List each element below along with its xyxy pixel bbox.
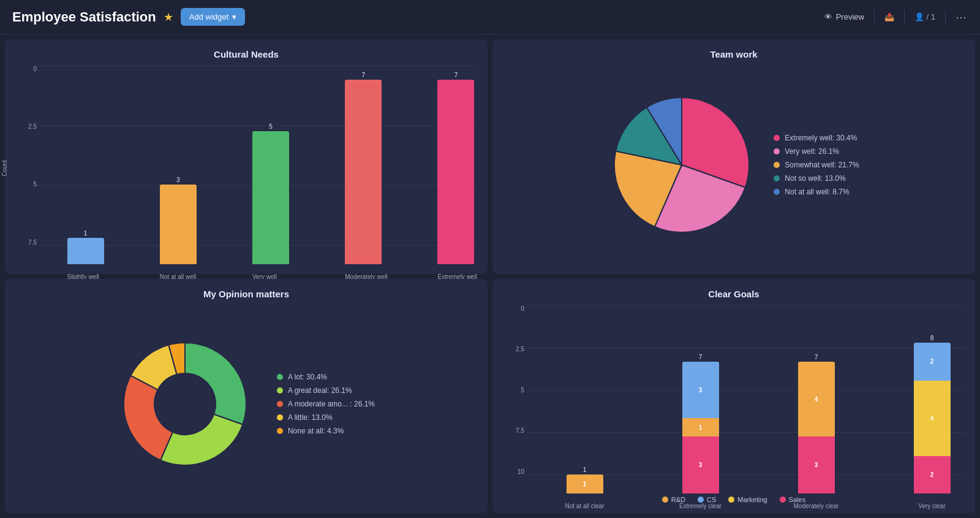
- header-right: 👁 Preview 📤 👤 / 1 ⋯: [824, 10, 968, 25]
- bar-item: 3Not at all well: [132, 66, 224, 264]
- legend-item: Very well: 26.1%: [774, 147, 859, 156]
- page-title: Employee Satisfaction: [12, 9, 156, 25]
- clear-goals-title: Clear Goals: [502, 289, 965, 299]
- opinion-legend: A lot: 30.4%A great deal: 26.1%A moderat…: [277, 373, 375, 435]
- header-left: Employee Satisfaction ★ Add widget ▾: [12, 8, 245, 26]
- teamwork-content: Extremely well: 30.4%Very well: 26.1%Som…: [502, 66, 965, 264]
- y-axis-labels-goals: 10 7.5 5 2.5 0: [502, 305, 524, 476]
- donut-chart: [118, 337, 252, 471]
- bar-chart-container: 7.5 5 2.5 0 Count 1Slightly well3Not at …: [15, 66, 478, 264]
- add-widget-button[interactable]: Add widget ▾: [181, 8, 245, 26]
- cultural-needs-title: Cultural Needs: [15, 49, 478, 59]
- stacked-bar-item: 11Not at all clear: [527, 305, 643, 494]
- clear-goals-chart: 10 7.5 5 2.5 0 11Not at all clear7313Ext…: [502, 305, 965, 504]
- legend-item: Extremely well: 30.4%: [774, 134, 859, 142]
- bars-group: 1Slightly well3Not at all well5Very well…: [39, 66, 502, 264]
- stacked-chart-container: 10 7.5 5 2.5 0 11Not at all clear7313Ext…: [502, 305, 965, 494]
- cultural-needs-widget: Cultural Needs 7.5 5 2.5 0 Count: [5, 39, 488, 274]
- stacked-bar-item: 7313Extremely clear: [643, 305, 758, 494]
- bar-item: 5Very well: [224, 66, 317, 264]
- preview-button[interactable]: 👁 Preview: [824, 12, 864, 21]
- users-label: 👤 / 1: [914, 12, 935, 21]
- my-opinion-widget: My Opinion matters A lot: 30.4%A great d…: [5, 279, 488, 514]
- divider: [904, 10, 905, 25]
- team-work-widget: Team work Extremely well: 30.4%Very well…: [492, 39, 975, 274]
- clear-goals-widget: Clear Goals 10 7.5 5 2.5 0 11N: [492, 279, 975, 514]
- y-axis-title: Count: [1, 160, 8, 177]
- share-icon[interactable]: 📤: [884, 12, 894, 21]
- header: Employee Satisfaction ★ Add widget ▾ 👁 P…: [0, 0, 980, 34]
- bar-item: 1Slightly well: [39, 66, 132, 264]
- pie-svg: [608, 91, 755, 238]
- legend-item: A moderate amo... : 26.1%: [277, 400, 375, 408]
- team-work-legend: Extremely well: 30.4%Very well: 26.1%Som…: [774, 134, 859, 196]
- stacked-bar-item: 8242Very clear: [874, 305, 980, 494]
- eye-icon: 👁: [824, 12, 832, 21]
- legend-item: Not at all well: 8.7%: [774, 188, 859, 196]
- donut-svg: [118, 337, 252, 471]
- stacked-legend-item: Marketing: [728, 496, 767, 503]
- more-options-icon[interactable]: ⋯: [956, 10, 968, 24]
- my-opinion-title: My Opinion matters: [15, 289, 478, 299]
- divider: [945, 10, 946, 25]
- cultural-needs-chart: 7.5 5 2.5 0 Count 1Slightly well3Not at …: [15, 66, 478, 264]
- dashboard: Cultural Needs 7.5 5 2.5 0 Count: [0, 34, 980, 518]
- legend-item: None at all: 4.3%: [277, 427, 375, 435]
- opinion-content: A lot: 30.4%A great deal: 26.1%A moderat…: [15, 305, 478, 504]
- bar-item: 7Moderately well: [317, 66, 410, 264]
- favorite-icon[interactable]: ★: [164, 10, 173, 24]
- y-axis-labels: 7.5 5 2.5 0: [15, 66, 37, 246]
- stacked-bars-group: 11Not at all clear7313Extremely clear734…: [527, 305, 980, 494]
- team-work-title: Team work: [502, 49, 965, 59]
- legend-item: A lot: 30.4%: [277, 373, 375, 381]
- divider: [874, 10, 875, 25]
- pie-chart: [608, 91, 755, 238]
- bar-item: 7Extremely well: [410, 66, 502, 264]
- legend-item: Somewhat well: 21.7%: [774, 161, 859, 169]
- legend-item: A little: 13.0%: [277, 413, 375, 422]
- legend-item: Not so well: 13.0%: [774, 174, 859, 183]
- chevron-down-icon: ▾: [232, 12, 236, 21]
- legend-item: A great deal: 26.1%: [277, 386, 375, 395]
- stacked-bar-item: 734Moderately clear: [758, 305, 874, 494]
